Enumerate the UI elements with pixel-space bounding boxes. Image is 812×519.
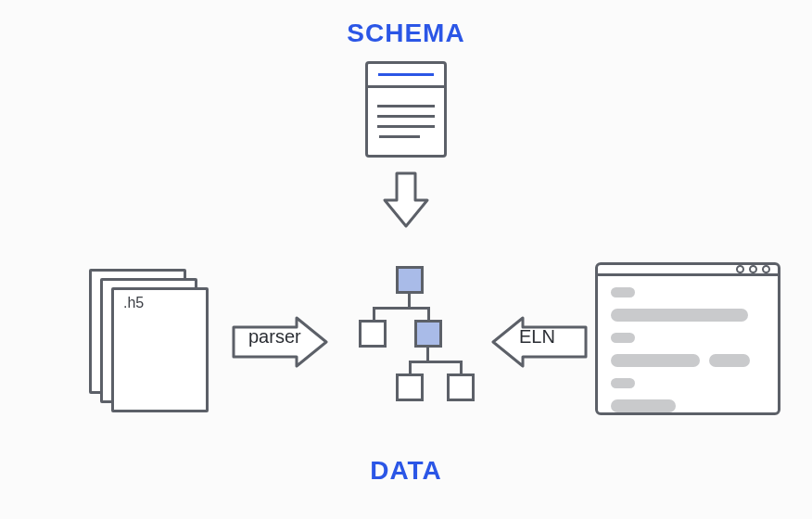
schema-document-icon bbox=[365, 61, 447, 158]
file-stack-icon: .json .xml .h5 bbox=[89, 269, 214, 412]
tree-node bbox=[359, 320, 387, 348]
window-dot-icon bbox=[749, 265, 757, 273]
window-dot-icon bbox=[736, 265, 744, 273]
tree-node bbox=[396, 373, 424, 401]
parser-label: parser bbox=[248, 326, 301, 348]
arrow-down-icon bbox=[381, 171, 431, 235]
tree-node bbox=[396, 266, 424, 294]
data-tree-icon bbox=[361, 266, 481, 424]
eln-titlebar bbox=[598, 265, 778, 276]
eln-label: ELN bbox=[519, 326, 555, 348]
label-schema: SCHEMA bbox=[347, 19, 464, 48]
window-dot-icon bbox=[762, 265, 770, 273]
file-ext-3: .h5 bbox=[123, 295, 144, 311]
tree-node bbox=[414, 320, 442, 348]
eln-window-icon bbox=[595, 262, 780, 415]
tree-node bbox=[447, 373, 475, 401]
label-data: DATA bbox=[370, 456, 442, 486]
